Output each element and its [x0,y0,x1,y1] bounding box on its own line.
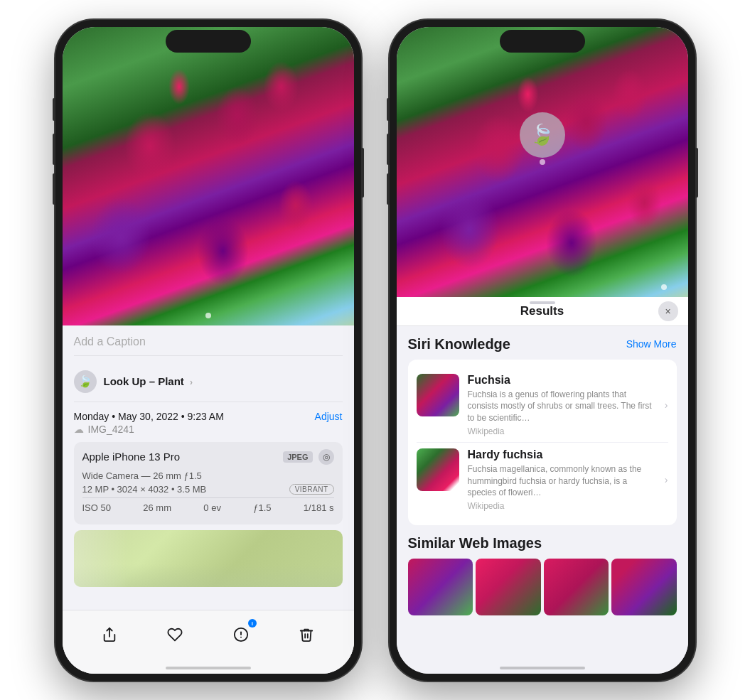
bottom-toolbar: i [63,610,354,674]
filename-row: ☁ IMG_4241 [74,424,224,435]
siri-knowledge-header: Siri Knowledge Show More [408,336,677,352]
home-indicator [166,667,251,669]
flower-photo-left[interactable] [63,27,354,325]
camera-detail: Wide Camera — 26 mm ƒ1.5 [82,470,334,481]
exif-row: ISO 50 26 mm 0 ev ƒ1.5 1/181 s [82,497,334,517]
silent-button[interactable] [53,98,55,121]
similar-images-section: Similar Web Images [408,535,677,615]
right-screen-content: 🍃 Results × Siri Knowledge Show Mor [397,27,688,674]
fuchsia-description: Fuchsia is a genus of flowering plants t… [468,389,656,424]
volume-down-button[interactable] [53,173,55,205]
delete-button[interactable] [292,620,321,649]
focal-value: 26 mm [143,502,171,513]
siri-bubble: 🍃 [520,112,565,158]
hardy-fuchsia-info: Hardy fuchsia Fuchsia magellanica, commo… [468,448,656,511]
camera-specs-row: 12 MP • 3024 × 4032 • 3.5 MB VIBRANT [82,484,334,495]
ev-value: 0 ev [203,502,221,513]
results-header: Results × [397,297,688,326]
date-row: Monday • May 30, 2022 • 9:23 AM ☁ IMG_42… [74,411,343,435]
vibrant-badge: VIBRANT [289,484,334,495]
right-home-indicator [500,667,585,669]
similar-images-title: Similar Web Images [408,535,677,551]
caption-placeholder[interactable]: Add a Caption [74,335,146,348]
camera-name: Apple iPhone 13 Pro [82,451,181,463]
results-content: Siri Knowledge Show More Fuchsia Fuchsia… [397,326,688,626]
siri-leaf-icon: 🍃 [530,123,555,146]
location-icon: ◎ [323,452,330,462]
lookup-subject: Plant [158,375,184,387]
right-volume-down-button[interactable] [387,173,390,205]
aperture-value: ƒ1.5 [253,502,271,513]
info-badge: i [248,619,257,628]
show-more-button[interactable]: Show More [626,338,677,350]
adjust-button[interactable]: Adjust [315,411,343,422]
hardy-fuchsia-description: Fuchsia magellanica, commonly known as t… [468,463,656,499]
left-phone-screen: Add a Caption 🍃 Look Up – Plant › [63,27,354,674]
siri-knowledge-title: Siri Knowledge [408,336,510,352]
fuchsia-thumbnail [417,374,459,416]
date-info: Monday • May 30, 2022 • 9:23 AM ☁ IMG_42… [74,411,224,435]
lookup-text: Look Up – Plant › [104,375,193,387]
similar-image-1[interactable] [408,559,473,615]
camera-header: Apple iPhone 13 Pro JPEG ◎ [82,449,334,465]
close-button[interactable]: × [658,301,678,321]
fuchsia-chevron-icon: › [665,399,668,411]
result-hardy-fuchsia[interactable]: Hardy fuchsia Fuchsia magellanica, commo… [417,443,668,517]
hardy-fuchsia-thumbnail [417,448,459,491]
right-power-button[interactable] [695,148,698,198]
flower-photo-right[interactable]: 🍃 [397,27,688,297]
results-panel: Results × Siri Knowledge Show More [397,297,688,674]
similar-image-3[interactable] [544,559,609,615]
similar-images-grid [408,559,677,615]
right-phone-screen: 🍃 Results × Siri Knowledge Show Mor [397,27,688,674]
right-phone: 🍃 Results × Siri Knowledge Show Mor [390,20,695,681]
chevron-right-icon: › [190,377,193,387]
results-title: Results [520,304,564,318]
lookup-row[interactable]: 🍃 Look Up – Plant › [74,365,343,402]
fuchsia-source: Wikipedia [468,426,656,436]
favorite-button[interactable] [161,620,189,649]
fuchsia-name: Fuchsia [468,374,656,387]
siri-knowledge-card: Fuchsia Fuchsia is a genus of flowering … [408,360,677,526]
jpeg-badge: JPEG [283,451,312,463]
map-preview[interactable] [74,530,343,587]
right-silent-button[interactable] [387,98,390,121]
info-button[interactable]: i [227,620,255,649]
hardy-fuchsia-name: Hardy fuchsia [468,448,656,461]
left-screen-content: Add a Caption 🍃 Look Up – Plant › [63,27,354,674]
right-volume-up-button[interactable] [387,134,390,165]
hardy-fuchsia-source: Wikipedia [468,501,656,511]
caption-area[interactable]: Add a Caption [74,325,343,356]
leaf-icon: 🍃 [78,375,92,388]
left-phone: Add a Caption 🍃 Look Up – Plant › [55,20,361,681]
camera-info-box: Apple iPhone 13 Pro JPEG ◎ Wide Camera —… [74,442,343,524]
similar-image-4[interactable] [611,559,677,615]
lookup-label: Look Up – [104,375,156,387]
similar-image-2[interactable] [476,559,541,615]
siri-dot [540,159,545,165]
lookup-icon: 🍃 [74,370,97,393]
power-button[interactable] [361,148,364,198]
cloud-icon: ☁ [74,424,84,435]
fuchsia-info: Fuchsia Fuchsia is a genus of flowering … [468,374,656,436]
date-text: Monday • May 30, 2022 • 9:23 AM [74,411,224,422]
drag-handle[interactable] [530,301,555,304]
result-fuchsia[interactable]: Fuchsia Fuchsia is a genus of flowering … [417,368,668,443]
share-button[interactable] [95,620,124,649]
iso-value: ISO 50 [82,502,111,513]
camera-specs: 12 MP • 3024 × 4032 • 3.5 MB [82,484,207,495]
hardy-fuchsia-chevron-icon: › [665,474,668,485]
location-badge: ◎ [318,449,334,465]
camera-badges: JPEG ◎ [283,449,333,465]
shutter-value: 1/181 s [304,502,334,513]
filename-text: IMG_4241 [88,424,134,435]
volume-up-button[interactable] [53,134,55,165]
